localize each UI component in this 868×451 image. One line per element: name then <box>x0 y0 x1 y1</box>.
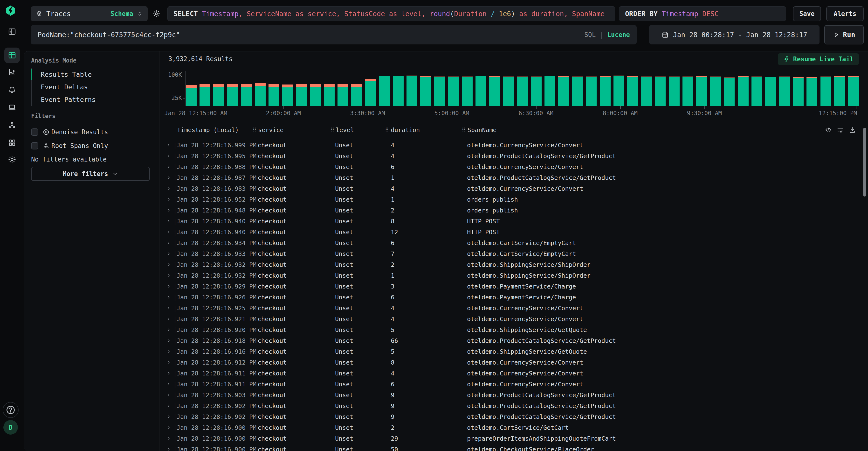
expand-row-chevron-icon[interactable] <box>166 349 171 354</box>
table-row[interactable]: |Jan 28 12:28:16.999 PMcheckoutUnset4ote… <box>160 140 868 151</box>
column-grip-icon[interactable]: ⠿ <box>331 125 334 136</box>
histogram-bar[interactable] <box>199 84 210 106</box>
table-row[interactable]: |Jan 28 12:28:16.902 PMcheckoutUnset9ote… <box>160 412 868 422</box>
expand-row-chevron-icon[interactable] <box>166 175 171 180</box>
expand-row-chevron-icon[interactable] <box>166 414 171 419</box>
histogram-bar[interactable] <box>338 84 348 106</box>
histogram-bar[interactable] <box>241 84 252 106</box>
histogram-bar[interactable] <box>724 78 735 106</box>
histogram-bar[interactable] <box>820 77 831 106</box>
column-header-timestamp-local-[interactable]: Timestamp (Local) <box>177 125 239 136</box>
column-header-service[interactable]: service <box>258 125 283 136</box>
table-row[interactable]: |Jan 28 12:28:16.952 PMcheckoutUnset1ord… <box>160 194 868 205</box>
histogram-bar[interactable] <box>213 84 224 106</box>
histogram-bar[interactable] <box>379 76 390 106</box>
table-row[interactable]: |Jan 28 12:28:16.933 PMcheckoutUnset7ote… <box>160 248 868 259</box>
histogram-bar[interactable] <box>655 77 665 106</box>
sidebar-item-chart-explorer[interactable] <box>8 68 16 76</box>
table-row[interactable]: |Jan 28 12:28:16.925 PMcheckoutUnset4ote… <box>160 303 868 314</box>
download-icon[interactable] <box>849 126 856 134</box>
table-row[interactable]: |Jan 28 12:28:16.911 PMcheckoutUnset4ote… <box>160 368 868 379</box>
histogram-bar[interactable] <box>475 76 486 106</box>
histogram-bar[interactable] <box>545 76 555 106</box>
order-by-editor[interactable]: ORDER BY Timestamp DESC <box>619 6 786 21</box>
expand-row-chevron-icon[interactable] <box>166 186 171 191</box>
expand-row-chevron-icon[interactable] <box>166 392 171 398</box>
table-row[interactable]: |Jan 28 12:28:16.995 PMcheckoutUnset4ote… <box>160 151 868 162</box>
column-grip-icon[interactable]: ⠿ <box>462 125 466 136</box>
table-row[interactable]: |Jan 28 12:28:16.929 PMcheckoutUnset3ote… <box>160 281 868 292</box>
histogram-bar[interactable] <box>269 84 279 106</box>
histogram-bar[interactable] <box>779 77 790 106</box>
filter-root-spans-only[interactable]: Root Spans Only <box>31 139 108 152</box>
table-row[interactable]: |Jan 28 12:28:16.911 PMcheckoutUnset6ote… <box>160 379 868 390</box>
analysis-mode-event-patterns[interactable]: Event Patterns <box>32 93 155 106</box>
date-range-picker[interactable]: 1 Jan 28 00:28:17 - Jan 28 12:28:17 <box>649 25 819 45</box>
sidebar-item-panel-collapse[interactable] <box>8 28 16 36</box>
resume-live-tail-button[interactable]: Resume Live Tail <box>778 53 859 65</box>
column-header-spanname[interactable]: SpanName <box>468 125 496 136</box>
expand-row-chevron-icon[interactable] <box>166 436 171 441</box>
table-row[interactable]: |Jan 28 12:28:16.983 PMcheckoutUnset4ote… <box>160 183 868 194</box>
analysis-mode-event-deltas[interactable]: Event Deltas <box>32 81 155 93</box>
histogram-bar[interactable] <box>614 76 624 106</box>
table-row[interactable]: |Jan 28 12:28:16.918 PMcheckoutUnset66ot… <box>160 335 868 346</box>
expand-row-chevron-icon[interactable] <box>166 219 171 224</box>
wrap-text-icon[interactable] <box>837 126 844 134</box>
histogram-bar[interactable] <box>296 84 307 106</box>
source-selector[interactable]: Traces Schema <box>31 6 148 21</box>
table-row[interactable]: |Jan 28 12:28:16.900 PMcheckoutUnset2ote… <box>160 422 868 433</box>
table-row[interactable]: |Jan 28 12:28:16.900 PMcheckoutUnset50ot… <box>160 444 868 451</box>
language-toggle-lucene[interactable]: Lucene <box>607 31 630 38</box>
histogram-bar[interactable] <box>682 77 693 106</box>
language-toggle-sql[interactable]: SQL <box>584 31 596 38</box>
sidebar-item-dashboards[interactable] <box>8 139 16 147</box>
table-row[interactable]: |Jan 28 12:28:16.912 PMcheckoutUnset8ote… <box>160 357 868 368</box>
sidebar-item-service-map[interactable] <box>8 121 16 129</box>
histogram-bar[interactable] <box>669 77 680 106</box>
column-grip-icon[interactable]: ⠿ <box>385 125 389 136</box>
table-row[interactable]: |Jan 28 12:28:16.916 PMcheckoutUnset5ote… <box>160 346 868 357</box>
histogram-bar[interactable] <box>448 77 459 106</box>
save-button[interactable]: Save <box>793 6 821 21</box>
table-row[interactable]: |Jan 28 12:28:16.987 PMcheckoutUnset1ote… <box>160 172 868 183</box>
expand-row-chevron-icon[interactable] <box>166 382 171 387</box>
histogram-bar[interactable] <box>848 76 859 106</box>
histogram-bar[interactable] <box>517 77 528 106</box>
expand-row-chevron-icon[interactable] <box>166 371 171 376</box>
source-settings-gear-icon[interactable] <box>152 10 160 18</box>
histogram-bar[interactable] <box>586 77 597 106</box>
help-button[interactable] <box>3 402 19 418</box>
expand-row-chevron-icon[interactable] <box>166 262 171 267</box>
search-input[interactable]: PodName:"checkout-675775c4cc-f2p9c" SQL … <box>31 25 637 45</box>
expand-row-chevron-icon[interactable] <box>166 284 171 289</box>
histogram-bar[interactable] <box>255 83 266 106</box>
sidebar-item-team-settings[interactable] <box>8 156 16 164</box>
histogram-bar[interactable] <box>600 76 611 106</box>
histogram-bar[interactable] <box>531 77 541 106</box>
histogram-bar[interactable] <box>503 77 514 106</box>
expand-row-chevron-icon[interactable] <box>166 240 171 246</box>
histogram-bar[interactable] <box>186 85 197 106</box>
expand-row-chevron-icon[interactable] <box>166 251 171 256</box>
table-row[interactable]: |Jan 28 12:28:16.940 PMcheckoutUnset8HTT… <box>160 216 868 227</box>
histogram-bar[interactable] <box>434 77 445 106</box>
histogram-bar[interactable] <box>365 79 376 106</box>
histogram-bar[interactable] <box>710 77 721 106</box>
histogram-bar[interactable] <box>751 77 762 106</box>
expand-row-chevron-icon[interactable] <box>166 327 171 333</box>
histogram-bar[interactable] <box>806 77 817 106</box>
results-histogram[interactable]: 100K25K Jan 28 12:15:00 AM2:00:00 AM3:30… <box>160 68 868 117</box>
run-button[interactable]: Run <box>824 25 864 45</box>
expand-row-chevron-icon[interactable] <box>166 273 171 278</box>
histogram-bar[interactable] <box>462 77 473 106</box>
histogram-bar[interactable] <box>310 84 321 106</box>
expand-row-chevron-icon[interactable] <box>166 305 171 311</box>
avatar[interactable]: D <box>3 420 18 434</box>
histogram-bar[interactable] <box>393 76 404 106</box>
app-logo-icon[interactable] <box>5 5 17 17</box>
expand-row-chevron-icon[interactable] <box>166 360 171 365</box>
histogram-bar[interactable] <box>793 77 804 106</box>
code-icon[interactable] <box>825 126 832 134</box>
expand-row-chevron-icon[interactable] <box>166 142 171 148</box>
